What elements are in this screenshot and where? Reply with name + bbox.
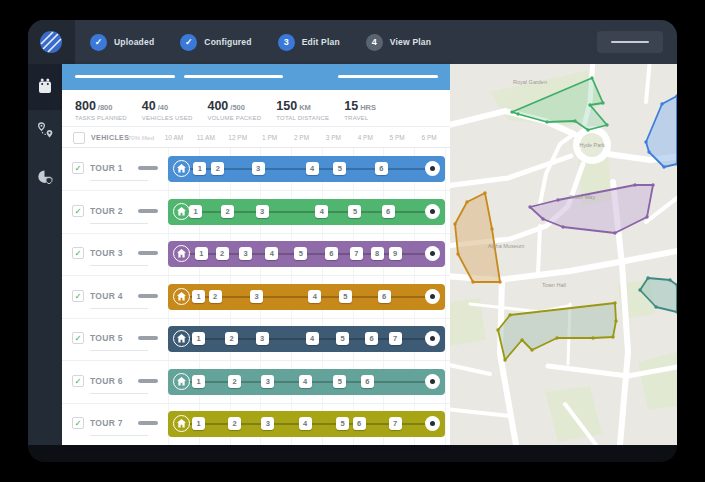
sidebar-item-analytics[interactable] [28,156,62,202]
tour-gantt-bar[interactable]: 1234567 [168,326,445,352]
stop-2[interactable]: 2 [228,417,241,430]
stop-2[interactable]: 2 [221,205,234,218]
tour-row-1[interactable]: ✓ TOUR 1 123456 [62,148,450,191]
stop-3[interactable]: 3 [256,332,269,345]
stop-3[interactable]: 3 [261,417,274,430]
map-label-royal-garden: Royal Garden [513,79,547,85]
depot-end-icon [425,416,440,431]
zone-olive-vertex [503,358,506,361]
tour-checkbox[interactable]: ✓ [72,247,84,259]
stop-6[interactable]: 6 [365,332,378,345]
stop-4[interactable]: 4 [306,332,319,345]
tour-gantt-bar[interactable]: 1234567 [168,411,445,437]
zone-purple-vertex [651,183,654,186]
step-view-plan[interactable]: 4View Plan [366,34,431,51]
tour-checkbox[interactable]: ✓ [72,205,84,217]
stop-6[interactable]: 6 [382,205,395,218]
stop-3[interactable]: 3 [261,375,274,388]
stat-value: 800 [75,99,96,113]
tour-checkbox[interactable]: ✓ [72,375,84,387]
tour-row-7[interactable]: ✓ TOUR 7 1234567 [62,403,450,445]
tour-row-5[interactable]: ✓ TOUR 5 1234567 [62,318,450,361]
stop-1[interactable]: 1 [193,162,206,175]
stop-4[interactable]: 4 [308,290,321,303]
stop-6[interactable]: 6 [375,162,388,175]
tour-row-2[interactable]: ✓ TOUR 2 123456 [62,191,450,234]
stop-8[interactable]: 8 [371,247,384,260]
stop-2[interactable]: 2 [209,290,222,303]
end-dot-icon [430,294,435,299]
stop-6[interactable]: 6 [378,290,391,303]
stop-5[interactable]: 5 [336,417,349,430]
tour-checkbox[interactable]: ✓ [72,417,84,429]
stop-4[interactable]: 4 [299,417,312,430]
logo-block[interactable] [28,20,75,64]
sidebar-item-routes[interactable] [28,110,62,156]
tour-row-6[interactable]: ✓ TOUR 6 123456 [62,361,450,404]
tour-checkbox[interactable]: ✓ [72,162,84,174]
tour-name-underline [90,180,148,181]
tour-gantt-bar[interactable]: 123456 [168,369,445,395]
map-panel: Royal GardenHyde ParkSmith WayAlpha Muse… [450,64,677,445]
stop-7[interactable]: 7 [389,332,402,345]
zone-purple-vertex [633,183,636,186]
tab-placeholder-2[interactable] [184,75,283,78]
stop-1[interactable]: 1 [195,247,208,260]
stop-4[interactable]: 4 [306,162,319,175]
stop-4[interactable]: 4 [315,205,328,218]
stop-6[interactable]: 6 [361,375,374,388]
stop-3[interactable]: 3 [250,290,263,303]
stop-3[interactable]: 3 [252,162,265,175]
tour-gantt-bar[interactable]: 123456 [168,199,445,225]
stop-2[interactable]: 2 [211,162,224,175]
stop-5[interactable]: 5 [348,205,361,218]
stop-1[interactable]: 1 [192,332,205,345]
stop-6[interactable]: 6 [325,247,338,260]
stop-5[interactable]: 5 [336,332,349,345]
tour-row-3[interactable]: ✓ TOUR 3 123456789 [62,233,450,276]
map-canvas[interactable]: Royal GardenHyde ParkSmith WayAlpha Muse… [450,64,677,445]
stat-suffix: /800 [98,103,113,112]
stop-3[interactable]: 3 [239,247,252,260]
map-label-alpha-museum: Alpha Museum [488,243,525,249]
stop-3[interactable]: 3 [256,205,269,218]
tab-placeholder-3[interactable] [338,75,438,78]
stop-5[interactable]: 5 [333,162,346,175]
stop-9[interactable]: 9 [389,247,402,260]
tour-name-underline [90,223,148,224]
stop-2[interactable]: 2 [228,375,241,388]
step-uploaded[interactable]: ✓Uploaded [90,34,154,51]
stop-7[interactable]: 7 [389,417,402,430]
tab-placeholder-1[interactable] [75,75,175,78]
map-label-town-hall: Town Hall [542,282,566,288]
select-all-checkbox[interactable] [73,132,85,144]
tour-gantt-bar[interactable]: 123456789 [168,241,445,267]
stop-5[interactable]: 5 [333,375,346,388]
stop-4[interactable]: 4 [265,247,278,260]
stop-2[interactable]: 2 [216,247,229,260]
stat-label: VEHICLES USED [142,115,193,121]
stop-5[interactable]: 5 [294,247,307,260]
tour-checkbox[interactable]: ✓ [72,290,84,302]
stop-1[interactable]: 1 [192,375,205,388]
step-edit-plan[interactable]: 3Edit Plan [278,34,340,51]
step-label: View Plan [390,37,431,47]
zone-olive-vertex [508,313,511,316]
tour-meta-dash [138,336,158,340]
stop-1[interactable]: 1 [192,417,205,430]
tour-gantt-bar[interactable]: 123456 [168,156,445,182]
stop-6[interactable]: 6 [353,417,366,430]
stop-4[interactable]: 4 [299,375,312,388]
sidebar-item-orders[interactable] [28,64,62,110]
step-configured[interactable]: ✓Configured [180,34,251,51]
tour-gantt-bar[interactable]: 123456 [168,284,445,310]
stop-5[interactable]: 5 [339,290,352,303]
tour-row-4[interactable]: ✓ TOUR 4 123456 [62,276,450,319]
stop-7[interactable]: 7 [350,247,363,260]
stop-1[interactable]: 1 [192,290,205,303]
stop-1[interactable]: 1 [189,205,202,218]
stop-2[interactable]: 2 [225,332,238,345]
tour-checkbox[interactable]: ✓ [72,332,84,344]
stat-suffix: HRS [360,103,376,112]
menu-button[interactable] [597,31,663,53]
